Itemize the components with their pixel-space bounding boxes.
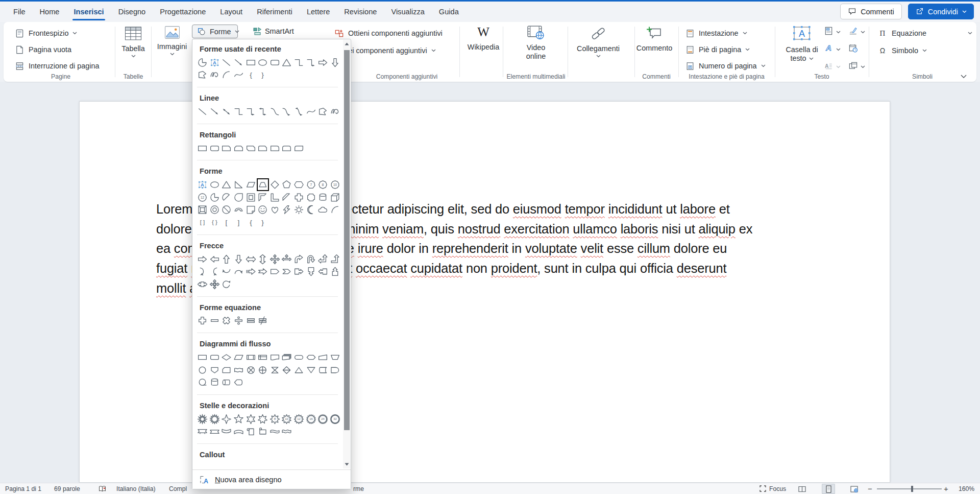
shape-curved-left-arrow-icon[interactable]: [209, 265, 221, 278]
shape-block-arrow-up-down-icon[interactable]: [257, 253, 269, 266]
shape-block-arrow-down-icon[interactable]: [233, 253, 245, 266]
shape-star-16-icon[interactable]: 16: [305, 413, 317, 426]
shape-extract-icon[interactable]: [293, 364, 305, 377]
shape-down-arrow-callout-icon[interactable]: [305, 265, 317, 278]
drop-cap-button[interactable]: A: [824, 61, 841, 73]
shape-line-icon[interactable]: [197, 105, 209, 118]
shape-text-box-icon[interactable]: A: [197, 178, 209, 191]
shape-block-arrow-down-icon[interactable]: [329, 56, 341, 69]
shape-merge-icon[interactable]: [305, 364, 317, 377]
shape-curved-right-arrow-icon[interactable]: [197, 265, 209, 278]
shape-block-arrow-left-right-icon[interactable]: [244, 253, 257, 266]
shape-star-8-icon[interactable]: 8: [269, 413, 281, 426]
shape-cloud-icon[interactable]: [317, 204, 329, 217]
shape-pie-icon[interactable]: [197, 56, 209, 69]
read-mode-button[interactable]: [795, 484, 808, 494]
shape-dodecagon-icon[interactable]: 12: [197, 191, 209, 204]
shape-line-arrow-icon[interactable]: [233, 56, 245, 69]
collapse-ribbon-chevron-icon[interactable]: [960, 74, 967, 79]
shape-explosion-1-icon[interactable]: [197, 413, 209, 426]
tab-riferimenti[interactable]: Riferimenti: [250, 2, 300, 22]
shape-manual-operation-icon[interactable]: [329, 351, 341, 364]
shape-snip-single-corner-icon[interactable]: [220, 142, 233, 155]
proofing-status-icon[interactable]: [98, 483, 107, 494]
shapes-button[interactable]: Forme: [192, 25, 238, 38]
date-time-button[interactable]: [848, 43, 858, 55]
status-language[interactable]: Italiano (Italia): [116, 483, 156, 494]
shape-right-brace-icon[interactable]: }: [257, 216, 269, 229]
comments-button[interactable]: Commenti: [840, 4, 902, 19]
shape-round-diagonal-corners-icon[interactable]: [293, 142, 305, 155]
shape-ribbon-down-icon[interactable]: [197, 426, 209, 438]
shape-elbow-connector-icon[interactable]: [233, 105, 245, 118]
shape-left-up-arrow-icon[interactable]: [317, 253, 329, 266]
get-addins-button[interactable]: Ottieni componenti aggiuntivi: [334, 26, 443, 40]
shape-lightning-bolt-icon[interactable]: [281, 204, 293, 217]
shape-sun-icon[interactable]: [293, 204, 305, 217]
wordart-button[interactable]: A: [824, 43, 841, 55]
shape-moon-icon[interactable]: [305, 204, 317, 217]
shape-star-24-icon[interactable]: 24: [317, 413, 329, 426]
scroll-up-arrow-icon[interactable]: [343, 40, 350, 48]
shape-striped-right-arrow-icon[interactable]: [244, 265, 257, 278]
signature-line-button[interactable]: [848, 26, 865, 38]
zoom-slider-thumb[interactable]: [911, 486, 913, 492]
shape-decagon-icon[interactable]: 10: [329, 178, 341, 191]
smartart-button[interactable]: SmartArt: [252, 26, 294, 36]
tab-disegno[interactable]: Disegno: [111, 2, 153, 22]
shape-curved-up-arrow-icon[interactable]: [220, 265, 233, 278]
table-button[interactable]: Tabella: [117, 26, 149, 58]
shape-internal-storage-icon[interactable]: [257, 351, 269, 364]
shape-oval-icon[interactable]: [257, 56, 269, 69]
shape-bevel-icon[interactable]: [197, 204, 209, 217]
tab-progettazione[interactable]: Progettazione: [153, 2, 213, 22]
shape-block-arc-icon[interactable]: [233, 204, 245, 217]
shape-teardrop-icon[interactable]: [233, 191, 245, 204]
shape-process-icon[interactable]: [197, 351, 209, 364]
shape-l-shape-icon[interactable]: [269, 191, 281, 204]
shape-curve-icon[interactable]: [233, 69, 245, 82]
shape-right-bracket-icon[interactable]: ]: [233, 216, 245, 229]
shape-right-arrow-callout-icon[interactable]: [293, 265, 305, 278]
shape-explosion-2-icon[interactable]: [209, 413, 221, 426]
shape-chord-icon[interactable]: [220, 191, 233, 204]
shape-freeform-icon[interactable]: [317, 105, 329, 118]
shape-multiply-icon[interactable]: [220, 315, 233, 327]
shape-curved-arrow-icon[interactable]: [281, 105, 293, 118]
shape-card-icon[interactable]: [220, 364, 233, 377]
shape-double-bracket-icon[interactable]: [ ]: [197, 216, 209, 229]
shape-heptagon-icon[interactable]: 7: [305, 178, 317, 191]
shape-right-brace-icon[interactable]: }: [257, 69, 269, 82]
shape-data-icon[interactable]: [233, 351, 245, 364]
shape-star-32-icon[interactable]: 32: [329, 413, 341, 426]
shape-text-box-icon[interactable]: A: [209, 56, 221, 69]
shape-star-5-icon[interactable]: [233, 413, 245, 426]
shape-delay-icon[interactable]: [329, 364, 341, 377]
blank-page-button[interactable]: Pagina vuota: [15, 42, 71, 57]
shape-u-turn-arrow-icon[interactable]: [305, 253, 317, 266]
shape-frame-icon[interactable]: [244, 191, 257, 204]
zoom-percentage[interactable]: 160%: [959, 483, 974, 494]
zoom-slider-track[interactable]: [877, 488, 942, 489]
shape-summing-junction-icon[interactable]: [244, 364, 257, 377]
shape-star-7-icon[interactable]: [257, 413, 269, 426]
shape-horizontal-scroll-icon[interactable]: [257, 426, 269, 438]
shape-sort-icon[interactable]: [281, 364, 293, 377]
shape-snip-same-side-corners-icon[interactable]: [233, 142, 245, 155]
shape-curve-icon[interactable]: [305, 105, 317, 118]
shape-stored-data-icon[interactable]: [317, 364, 329, 377]
shape-freeform-icon[interactable]: [197, 69, 209, 82]
shape-star-10-icon[interactable]: 10: [281, 413, 293, 426]
my-addins-button[interactable]: Miei componenti aggiuntivi: [340, 43, 436, 58]
focus-mode-button[interactable]: Focus: [759, 483, 786, 494]
tab-layout[interactable]: Layout: [213, 2, 250, 22]
shape-left-arrow-callout-icon[interactable]: [317, 265, 329, 278]
shape-diagonal-stripe-icon[interactable]: [281, 191, 293, 204]
shape-decision-icon[interactable]: [220, 351, 233, 364]
shape-document-icon[interactable]: [269, 351, 281, 364]
shape-or-icon[interactable]: [257, 364, 269, 377]
wikipedia-button[interactable]: W Wikipedia: [462, 25, 505, 52]
shape-equal-icon[interactable]: [244, 315, 257, 327]
shape-left-right-arrow-callout-icon[interactable]: [197, 278, 209, 291]
shape-line-arrow-icon[interactable]: [209, 105, 221, 118]
